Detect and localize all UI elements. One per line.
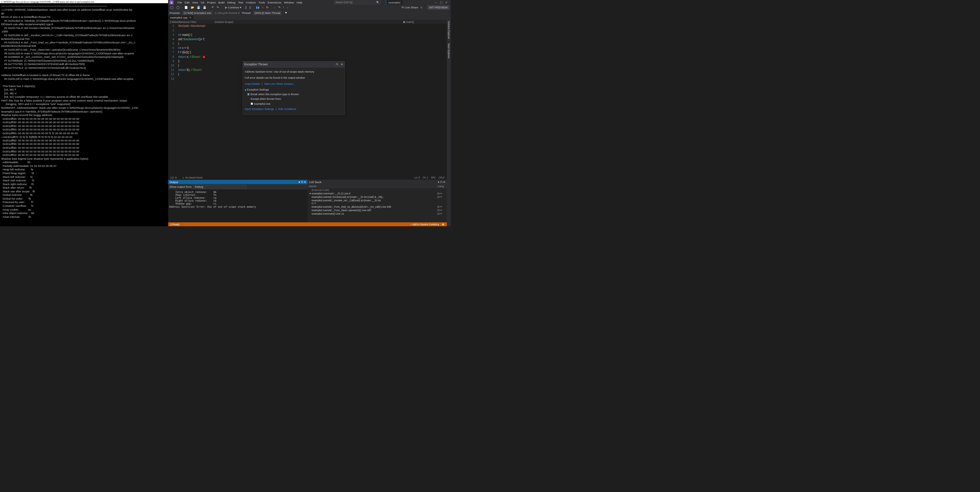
output-from-dropdown[interactable]: Debug	[193, 185, 247, 189]
undo-icon[interactable]: ↶	[211, 5, 215, 10]
copy-details-link[interactable]: Copy Details	[245, 82, 260, 85]
start-liveshare-link[interactable]: Start Live Share session...	[264, 82, 295, 85]
stop-icon[interactable]: ■	[261, 5, 264, 10]
menu-extensions[interactable]: Extensions	[267, 1, 281, 4]
zoom-level[interactable]: 111 %	[170, 176, 177, 179]
scope-member[interactable]: ◉ main()	[402, 20, 447, 24]
search-placeholder: Search (Ctrl+Q)	[336, 1, 352, 4]
step-icon[interactable]: ↓	[286, 5, 289, 10]
break-checkbox[interactable]	[247, 93, 250, 95]
char-indicator: Ch: 1	[423, 176, 428, 179]
process-label: Process:	[170, 11, 181, 14]
open-file-icon[interactable]: 📂	[190, 5, 195, 10]
process-value: [17436] example2.exe	[184, 11, 211, 14]
output-body[interactable]: Intra object redzone: bb ASan internal: …	[168, 190, 307, 222]
pause-icon[interactable]: ▮▮	[255, 5, 260, 10]
callstack-row[interactable]: example2.exe!std::_Func_impl_no_alloc(vo…	[307, 205, 447, 209]
menu-project[interactable]: Project	[207, 1, 216, 4]
exception-message: Address Sanitizer Error: Use of out-of-s…	[245, 70, 343, 74]
callstack-title[interactable]: Call Stack ▾ ⊓ ✕	[307, 180, 447, 184]
issues-label: No issues found	[185, 176, 202, 179]
pane-close-icon[interactable]: ✕	[443, 181, 445, 184]
restart-icon[interactable]: ↻	[266, 5, 270, 10]
flag-icon[interactable]: ⚑	[284, 11, 288, 15]
callstack-row[interactable]: ➜example2.exe!main::__l3::() Line 8C++	[307, 192, 447, 195]
tab-close-icon[interactable]: ✕	[189, 16, 191, 19]
play-icon: ▶	[225, 6, 227, 9]
except-from-label: Except when thrown from:	[251, 97, 282, 101]
dropdown-icon: ▾	[240, 6, 241, 9]
source-control-button[interactable]: ↑ Add to Source Control ▴	[410, 223, 439, 226]
debug-step-icon[interactable]: ▯	[244, 5, 247, 10]
step-over-icon[interactable]: ↷	[277, 5, 281, 10]
step-out-icon[interactable]: ↑	[282, 5, 285, 10]
callstack-row[interactable]: example2.exe!main() Line 11C++	[307, 212, 447, 216]
search-icon: 🔍	[376, 1, 379, 4]
solution-explorer-tab[interactable]: Solution Explorer	[447, 21, 450, 39]
line-indicator: Ln: 8	[415, 176, 420, 179]
callstack-row[interactable]: example2.exe!std::_Func_class::operator(…	[307, 209, 447, 212]
minimize-icon[interactable]: —	[434, 1, 437, 4]
issues-icon: ✔	[182, 176, 185, 179]
menu-file[interactable]: File	[177, 1, 182, 4]
menu-test[interactable]: Test	[238, 1, 243, 4]
step-into-icon[interactable]: ↓	[273, 5, 276, 10]
callstack-row[interactable]: [External Code]	[307, 188, 447, 192]
close-popup-icon[interactable]: ✕	[341, 63, 343, 66]
liveshare-button[interactable]: Live Share	[405, 6, 418, 9]
redo-icon[interactable]: ↷	[216, 5, 220, 10]
menu-help[interactable]: Help	[296, 1, 302, 4]
pane-dropdown-icon[interactable]: ▾	[438, 181, 439, 184]
nav-fwd-icon[interactable]: ◯	[175, 5, 180, 10]
except-item-checkbox[interactable]	[251, 103, 253, 105]
feedback-icon[interactable]: ☺	[419, 5, 424, 10]
menu-git[interactable]: Git	[201, 1, 204, 4]
menu-view[interactable]: View	[192, 1, 198, 4]
callstack-pane: Call Stack ▾ ⊓ ✕ Name Lang [External Cod…	[307, 180, 447, 222]
pane-dropdown-icon[interactable]: ▾	[299, 181, 300, 184]
close-icon[interactable]: ✕	[445, 1, 447, 4]
line-gutter: 12345678910111213	[168, 24, 176, 176]
menu-analyze[interactable]: Analyze	[246, 1, 256, 4]
solution-name: example2	[386, 1, 402, 4]
search-input[interactable]: Search (Ctrl+Q) 🔍	[334, 1, 380, 4]
callstack-row[interactable]: example2.exe!std::_Invoker_ret::_Call(vo…	[307, 199, 447, 205]
save-icon[interactable]: 💾	[196, 5, 201, 10]
callstack-row[interactable]: example2.exe!std::invoke(void) &>(main::…	[307, 195, 447, 199]
thread-dropdown[interactable]: [20512] Main Thread	[253, 11, 282, 15]
process-dropdown[interactable]: [17436] example2.exe	[182, 11, 213, 15]
menu-window[interactable]: Window	[284, 1, 294, 4]
maximize-icon[interactable]: ▢	[440, 1, 442, 4]
menu-build[interactable]: Build	[218, 1, 224, 4]
save-all-icon[interactable]: 💾	[202, 5, 207, 10]
debug-toolbar: Process: [17436] example2.exe ▯ Lifecycl…	[168, 10, 451, 15]
menu-debug[interactable]: Debug	[227, 1, 235, 4]
continue-button[interactable]: ▶ Continue ▾	[223, 5, 243, 10]
scope-type[interactable]: (Global Scope)	[213, 20, 401, 24]
debug-tool-icon[interactable]: ▯	[248, 5, 252, 10]
pin-icon[interactable]: ⊓	[336, 63, 338, 66]
menu-edit[interactable]: Edit	[185, 1, 189, 4]
nav-back-icon[interactable]: ◯	[170, 5, 175, 10]
console-output: ========================================…	[0, 3, 168, 226]
scope-project[interactable]: ▯ Miscellaneous Files	[168, 20, 213, 24]
team-explorer-tab[interactable]: Team Explorer	[447, 43, 450, 58]
notifications-icon[interactable]: 🔔	[442, 223, 445, 226]
editor-tab[interactable]: example2.cpp ✕	[168, 15, 193, 20]
pane-pin-icon[interactable]: ⊓	[440, 181, 442, 184]
output-title[interactable]: Output ▾ ⊓ ✕	[168, 180, 307, 184]
exception-settings-header[interactable]: ▴ Exception Settings	[245, 88, 343, 92]
new-file-icon[interactable]: 📄	[184, 5, 189, 10]
continue-label: Continue	[228, 6, 239, 9]
menu-tools[interactable]: Tools	[258, 1, 265, 4]
edit-conditions-link[interactable]: Edit Conditions	[278, 108, 296, 110]
code-editor[interactable]: 12345678910111213 #include <functional> …	[168, 24, 447, 176]
lifecycle-events-button[interactable]: ▯ Lifecycle Events ▾	[215, 11, 240, 14]
open-exception-settings-link[interactable]: Open Exception Settings	[245, 108, 274, 110]
exception-hint: Full error details can be found in the o…	[245, 76, 343, 80]
indent-indicator: SPC	[431, 176, 436, 179]
output-pane: Output ▾ ⊓ ✕ Show output from: Debug Int…	[168, 180, 307, 222]
pane-pin-icon[interactable]: ⊓	[301, 181, 303, 184]
pane-close-icon[interactable]: ✕	[304, 181, 306, 184]
exception-title: Exception Thrown	[244, 62, 267, 67]
